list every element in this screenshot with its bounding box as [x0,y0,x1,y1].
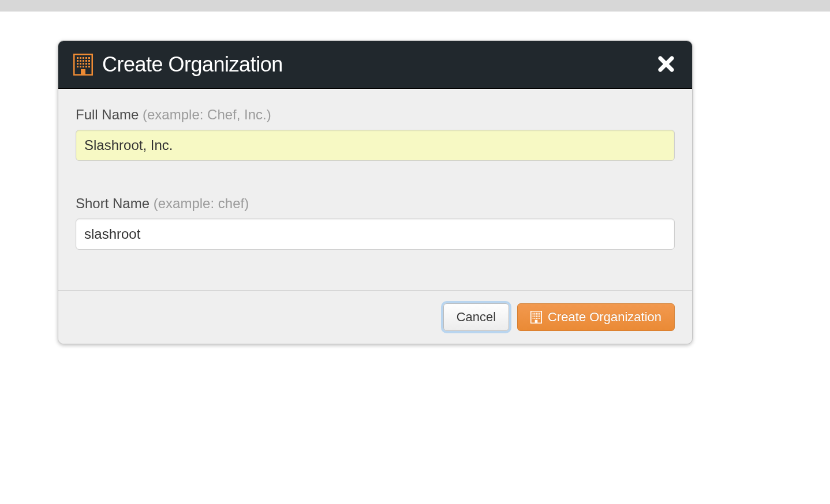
svg-rect-30 [533,315,534,316]
svg-rect-42 [536,318,537,319]
svg-rect-35 [533,316,534,317]
create-organization-button-label: Create Organization [548,310,661,325]
svg-rect-25 [533,313,534,314]
svg-rect-29 [539,313,540,314]
svg-rect-11 [77,63,78,65]
svg-rect-4 [85,57,87,59]
full-name-hint: (example: Chef, Inc.) [143,107,271,122]
short-name-field: Short Name (example: chef) [76,195,675,250]
short-name-label: Short Name [76,195,149,211]
svg-rect-36 [534,316,536,317]
svg-rect-20 [88,66,90,67]
full-name-field: Full Name (example: Chef, Inc.) [76,107,675,161]
svg-rect-17 [80,66,81,67]
cancel-button-label: Cancel [457,310,496,325]
svg-rect-16 [77,66,78,67]
svg-rect-9 [85,60,87,62]
svg-rect-32 [536,315,537,316]
svg-rect-2 [80,57,81,59]
svg-rect-15 [88,63,90,65]
svg-rect-7 [80,60,81,62]
svg-rect-8 [83,60,84,62]
modal-header: Create Organization [58,41,692,89]
modal-title-text: Create Organization [102,52,283,77]
svg-rect-40 [533,318,534,319]
svg-rect-28 [537,313,539,314]
svg-rect-6 [77,60,78,62]
svg-rect-10 [88,60,90,62]
create-organization-button[interactable]: Create Organization [517,303,675,331]
modal-footer: Cancel Create Organization [58,290,692,344]
svg-rect-34 [539,315,540,316]
page-chrome-bar [0,0,830,12]
svg-rect-26 [534,313,536,314]
svg-rect-13 [83,63,84,65]
svg-rect-19 [85,66,87,67]
cancel-button[interactable]: Cancel [443,303,509,331]
svg-rect-18 [83,66,84,67]
close-icon [657,55,675,73]
svg-rect-45 [535,320,538,323]
full-name-label-row: Full Name (example: Chef, Inc.) [76,107,675,123]
svg-rect-27 [536,313,537,314]
modal-title: Create Organization [73,52,283,77]
short-name-label-row: Short Name (example: chef) [76,195,675,212]
full-name-label: Full Name [76,107,139,122]
svg-rect-33 [537,315,539,316]
svg-rect-38 [537,316,539,317]
building-icon [73,54,93,76]
svg-rect-41 [534,318,536,319]
close-button[interactable] [655,53,677,77]
svg-rect-1 [77,57,78,59]
svg-rect-44 [539,318,540,319]
building-icon [530,311,542,324]
svg-rect-39 [539,316,540,317]
svg-rect-37 [536,316,537,317]
short-name-hint: (example: chef) [154,195,249,211]
full-name-input[interactable] [76,130,675,161]
modal-body: Full Name (example: Chef, Inc.) Short Na… [58,89,692,290]
svg-rect-14 [85,63,87,65]
svg-rect-3 [83,57,84,59]
short-name-input[interactable] [76,219,675,250]
svg-rect-21 [81,69,85,74]
svg-rect-43 [537,318,539,319]
svg-rect-31 [534,315,536,316]
svg-rect-5 [88,57,90,59]
svg-rect-12 [80,63,81,65]
create-organization-modal: Create Organization Full Name (example: … [58,40,693,344]
